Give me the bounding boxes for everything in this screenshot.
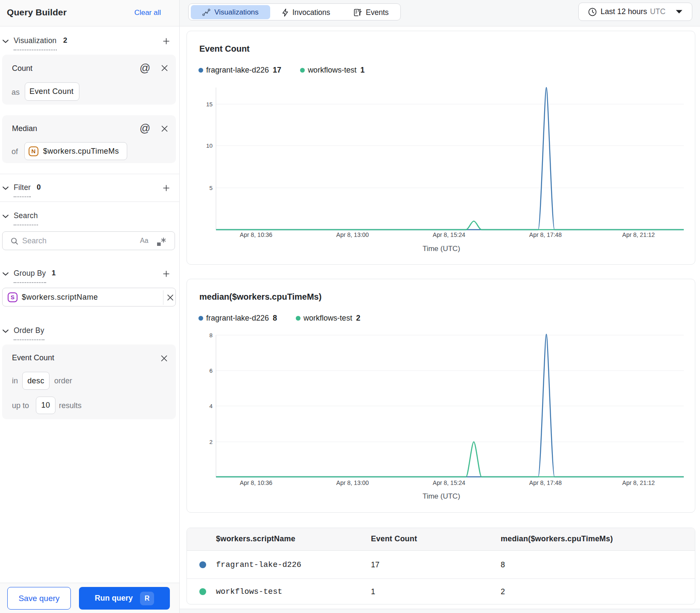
svg-text:Time (UTC): Time (UTC) [423, 245, 460, 253]
svg-text:Apr 8, 10:36: Apr 8, 10:36 [240, 231, 272, 238]
svg-text:Apr 8, 15:24: Apr 8, 15:24 [433, 231, 465, 238]
svg-text:2: 2 [209, 439, 213, 445]
svg-text:Time (UTC): Time (UTC) [423, 492, 460, 500]
svg-text:5: 5 [209, 185, 213, 191]
svg-text:Apr 8, 15:24: Apr 8, 15:24 [433, 479, 465, 486]
svg-text:4: 4 [209, 403, 213, 409]
svg-text:Apr 8, 10:36: Apr 8, 10:36 [240, 479, 272, 486]
svg-text:Apr 8, 21:12: Apr 8, 21:12 [622, 231, 655, 238]
svg-text:15: 15 [206, 101, 213, 108]
svg-text:Apr 8, 13:00: Apr 8, 13:00 [336, 479, 369, 486]
svg-text:Apr 8, 13:00: Apr 8, 13:00 [336, 231, 369, 238]
svg-text:Apr 8, 17:48: Apr 8, 17:48 [529, 231, 562, 238]
svg-text:10: 10 [206, 143, 213, 149]
svg-text:8: 8 [209, 332, 213, 339]
svg-text:6: 6 [209, 368, 213, 374]
svg-text:Apr 8, 21:12: Apr 8, 21:12 [622, 479, 655, 486]
svg-text:Apr 8, 17:48: Apr 8, 17:48 [529, 479, 562, 486]
